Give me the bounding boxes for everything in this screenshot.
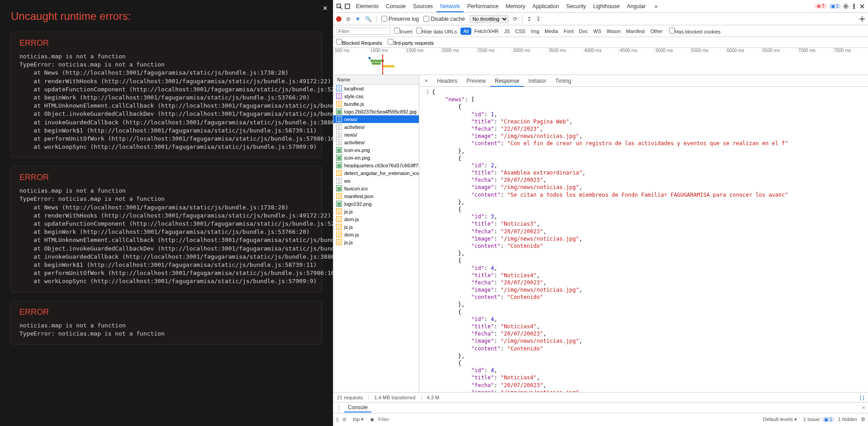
error-badge[interactable]: ⊗ 7 (815, 4, 826, 9)
tab-performance[interactable]: Performance (464, 1, 502, 11)
detail-tab-timing[interactable]: Timing (550, 76, 576, 86)
clear-console-icon[interactable]: ⊘ (342, 417, 346, 422)
tab-memory[interactable]: Memory (502, 1, 529, 11)
name-column-header[interactable]: Name (333, 75, 419, 85)
tab-console[interactable]: Console (382, 1, 409, 11)
request-row[interactable]: ▯activities/ (333, 123, 419, 131)
request-row[interactable]: ▯dom.js (333, 231, 419, 238)
error-trace: noticias.map is not a function TypeError… (19, 322, 313, 338)
preserve-log-checkbox[interactable]: Preserve log (381, 16, 419, 22)
device-icon[interactable] (344, 3, 351, 9)
response-body[interactable]: 1 { "news": [ { "id": 1, "title": "Creac… (419, 87, 868, 392)
detail-tab-initiator[interactable]: Initiator (524, 76, 550, 86)
tab-elements[interactable]: Elements (352, 1, 382, 11)
blocked-cookies-checkbox[interactable]: Has blocked cookies (669, 28, 721, 34)
request-row[interactable]: ▯js.js (333, 238, 419, 246)
filter-chip-manifest[interactable]: Manifest (623, 28, 648, 35)
filter-chip-css[interactable]: CSS (512, 28, 528, 35)
search-icon[interactable]: 🔍 (365, 16, 372, 22)
filter-chip-img[interactable]: Img (528, 28, 542, 35)
kebab-icon[interactable] (851, 3, 857, 9)
levels-select[interactable]: Default levels ▾ (760, 416, 800, 423)
detail-tabs: × HeadersPreviewResponseInitiatorTiming (419, 75, 868, 87)
throttling-select[interactable]: No throttling (470, 15, 508, 23)
wf-tick: 2500 ms (476, 48, 512, 54)
filter-chip-other[interactable]: Other (648, 28, 666, 35)
blocked-requests-checkbox[interactable]: Blocked Requests (336, 39, 382, 46)
request-row[interactable]: ▯style.css (333, 92, 419, 100)
gear-icon[interactable] (843, 3, 849, 9)
tab-sources[interactable]: Sources (409, 1, 436, 11)
request-row[interactable]: ▯js.js (333, 223, 419, 231)
filter-chip-ws[interactable]: WS (591, 28, 604, 35)
inspect-icon[interactable] (336, 3, 342, 9)
request-list[interactable]: Name ▯localhost▯style.css▯bundle.js▦logo… (333, 75, 419, 392)
context-select[interactable]: top ▾ (350, 416, 366, 423)
gear-icon[interactable]: ⚙ (861, 417, 865, 422)
request-row[interactable]: ▯news/ (333, 115, 419, 123)
filter-icon[interactable]: ▼ (355, 16, 360, 22)
download-icon[interactable]: ↧ (536, 16, 541, 22)
detail-tab-headers[interactable]: Headers (432, 76, 462, 86)
transferred: 1.4 MB transferred (374, 395, 415, 400)
filter-chip-doc[interactable]: Doc (576, 28, 591, 35)
sidebar-toggle-icon[interactable]: ▯ (336, 417, 339, 422)
request-row[interactable]: ▦favicon.ico (333, 185, 419, 192)
close-detail-icon[interactable]: × (421, 78, 432, 84)
filter-chip-media[interactable]: Media (542, 28, 561, 35)
drawer-menu-icon[interactable]: ⋮ (336, 405, 342, 411)
request-name: icon-es.png (344, 147, 370, 153)
detail-tab-preview[interactable]: Preview (462, 76, 490, 86)
close-devtools-icon[interactable] (859, 3, 865, 9)
filter-chip-font[interactable]: Font (561, 28, 576, 35)
request-row[interactable]: ▦logo.2b0237bc5ea4f595c892.jpg (333, 108, 419, 115)
gear-icon[interactable] (859, 16, 865, 22)
request-row[interactable]: ▯activities/ (333, 138, 419, 146)
close-icon[interactable]: × (323, 4, 327, 13)
request-row[interactable]: ▯localhost (333, 85, 419, 92)
error-overlay: × Uncaught runtime errors: ERRORnoticias… (0, 0, 333, 426)
upload-icon[interactable]: ↥ (527, 16, 531, 22)
request-row[interactable]: ▯js.js (333, 208, 419, 215)
filter-chip-all[interactable]: All (460, 28, 471, 35)
filter-input[interactable] (336, 28, 390, 35)
request-row[interactable]: ▦logo192.png (333, 200, 419, 208)
request-row[interactable]: ▯bundle.js (333, 100, 419, 108)
js-icon: ▯ (336, 216, 342, 222)
clear-icon[interactable]: ⊘ (346, 16, 351, 22)
request-row[interactable]: ▦icon-es.png (333, 146, 419, 154)
issues-badge[interactable]: ▣ 1 (829, 4, 841, 9)
disable-cache-checkbox[interactable]: Disable cache (423, 16, 465, 22)
request-row[interactable]: ▦icon-en.png (333, 154, 419, 161)
devtools-tabs: ElementsConsoleSourcesNetworkPerformance… (333, 0, 868, 13)
request-row[interactable]: ▯news/ (333, 131, 419, 138)
detail-tab-response[interactable]: Response (490, 76, 524, 87)
tab-angular[interactable]: Angular (623, 1, 649, 11)
console-tab[interactable]: Console (344, 403, 371, 412)
filter-chip-fetch-xhr[interactable]: Fetch/XHR (471, 28, 501, 35)
request-row[interactable]: ▯ws (333, 177, 419, 185)
wifi-icon[interactable]: ⟳ (513, 16, 517, 22)
tab-security[interactable]: Security (563, 1, 589, 11)
filter-chip-wasm[interactable]: Wasm (604, 28, 623, 35)
tab-network[interactable]: Network (436, 1, 464, 12)
filter-chip-js[interactable]: JS (501, 28, 512, 35)
tabs-more[interactable]: » (651, 1, 661, 11)
hide-dataurls-checkbox[interactable]: Hide data URLs (416, 28, 457, 34)
thirdparty-checkbox[interactable]: 3rd-party requests (388, 39, 434, 46)
close-drawer-icon[interactable]: × (862, 405, 865, 411)
live-expression-icon[interactable]: ◉ (370, 417, 375, 422)
pretty-print-icon[interactable]: { } (860, 395, 864, 400)
request-row[interactable]: ▯detect_angular_for_extension_icon_b… (333, 169, 419, 177)
tab-application[interactable]: Application (529, 1, 563, 11)
record-icon[interactable] (336, 16, 342, 22)
issues-label[interactable]: 1 Issue: ▣ 1 (803, 417, 835, 422)
request-row[interactable]: ▯dom.js (333, 215, 419, 223)
invert-checkbox[interactable]: Invert (394, 28, 413, 34)
svg-rect-1 (345, 4, 350, 9)
console-filter-input[interactable] (378, 417, 756, 422)
request-row[interactable]: ▦headquarters.c63ce76d37c663ff73f0… (333, 161, 419, 169)
request-row[interactable]: ▯manifest.json (333, 192, 419, 200)
tab-lighthouse[interactable]: Lighthouse (589, 1, 623, 11)
waterfall-overview[interactable]: 500 ms1000 ms1500 ms2000 ms2500 ms3000 m… (333, 48, 868, 75)
